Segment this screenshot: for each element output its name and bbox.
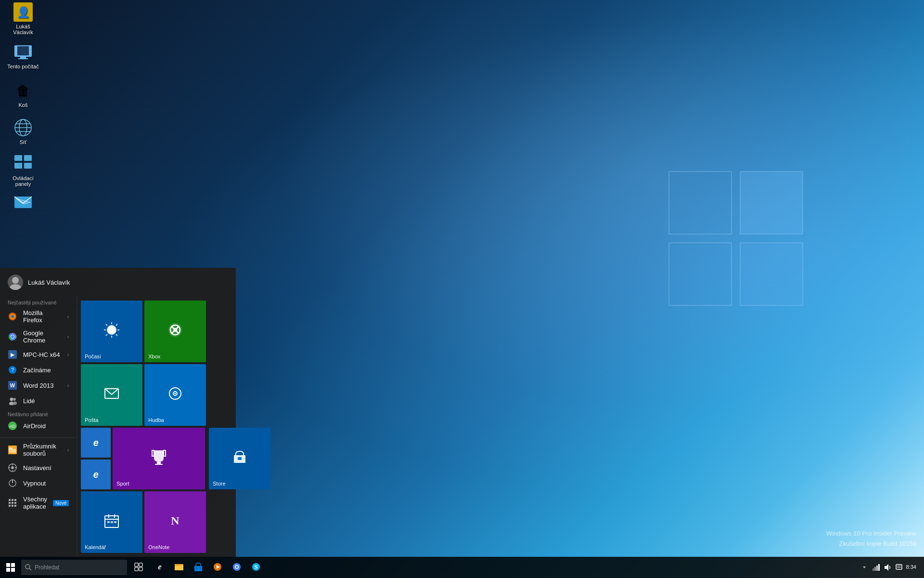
svg-marker-125 — [885, 564, 888, 571]
start-app-list-area: Nejčastěji používané Mozilla Firefox › — [0, 297, 77, 557]
svg-rect-99 — [11, 563, 15, 567]
firefox-label: Mozilla Firefox — [23, 309, 62, 324]
desktop-icon-network[interactable]: Síť — [4, 118, 42, 145]
tile-sport[interactable]: Sport — [113, 428, 205, 489]
start-app-word[interactable]: W Word 2013 › — [0, 378, 77, 393]
taskbar-task-view[interactable] — [129, 557, 148, 578]
tile-ie1[interactable]: e — [81, 428, 111, 458]
tray-expand[interactable] — [860, 563, 869, 572]
new-badge: Nové — [53, 500, 69, 506]
tiles-row-4: Kalendář N OneNote — [81, 491, 270, 553]
svg-text:🗑: 🗑 — [16, 83, 30, 98]
tray-action-center[interactable] — [895, 563, 903, 572]
tile-posta[interactable]: Pošta — [81, 364, 142, 426]
svg-text:?: ? — [11, 368, 14, 373]
start-app-lide[interactable]: Lidé — [0, 393, 77, 408]
tile-ie2[interactable]: e — [81, 460, 111, 489]
svg-rect-56 — [12, 499, 13, 501]
svg-rect-121 — [873, 568, 874, 571]
start-user-area[interactable]: Lukáš Václavík — [0, 268, 236, 297]
taskbar-app-skype[interactable]: S — [246, 557, 266, 578]
pocasi-icon — [103, 321, 120, 342]
sport-icon — [150, 448, 167, 469]
taskbar-app-edge[interactable]: e — [150, 557, 169, 578]
start-app-chrome[interactable]: Google Chrome › — [0, 327, 77, 347]
mpc-label: MPC-HC x64 — [23, 351, 60, 358]
svg-text:AD: AD — [10, 424, 16, 429]
tiles-row-1: Počasí Xbox — [81, 301, 270, 362]
svg-marker-120 — [863, 566, 866, 568]
zaciname-icon: ? — [8, 365, 17, 375]
start-app-mpc[interactable]: ▶ MPC-HC x64 › — [0, 347, 77, 362]
desktop-icon-control-panel[interactable]: Ovládacípanely — [4, 154, 42, 187]
store-label: Store — [213, 481, 225, 486]
hudba-label: Hudba — [148, 417, 164, 423]
taskbar-app-media[interactable] — [208, 557, 227, 578]
mpc-arrow: › — [67, 352, 69, 357]
start-all-apps[interactable]: Všechny aplikace Nové — [0, 493, 77, 513]
windows-logo-decoration — [659, 162, 813, 316]
svg-rect-107 — [139, 567, 142, 571]
tile-onenote[interactable]: N OneNote — [144, 491, 206, 553]
explorer-icon — [8, 445, 17, 455]
tile-hudba[interactable]: Hudba — [144, 364, 206, 426]
desktop-icon-lukas[interactable]: 👤 LukášVáclavík — [4, 2, 42, 35]
taskbar-app-explorer[interactable] — [169, 557, 189, 578]
svg-line-70 — [116, 334, 117, 336]
start-settings[interactable]: Nastavení — [0, 460, 77, 475]
svg-rect-106 — [135, 567, 138, 571]
desktop-icon-this-pc[interactable]: Tento počítač — [4, 42, 42, 69]
settings-icon — [8, 463, 17, 473]
lide-label: Lidé — [23, 397, 35, 405]
svg-text:N: N — [171, 514, 180, 527]
svg-rect-84 — [155, 464, 163, 465]
svg-rect-18 — [14, 155, 22, 161]
svg-point-40 — [13, 398, 16, 401]
svg-rect-100 — [6, 568, 10, 572]
word-icon: W — [8, 381, 17, 390]
svg-rect-123 — [876, 565, 878, 571]
start-button[interactable] — [0, 557, 21, 578]
svg-rect-124 — [878, 564, 880, 571]
start-menu: Lukáš Václavík Nejčastěji používané Mozi… — [0, 268, 236, 557]
start-app-firefox[interactable]: Mozilla Firefox › — [0, 306, 77, 327]
tray-volume[interactable] — [883, 563, 892, 572]
start-app-airdroid[interactable]: AD AirDroid — [0, 418, 77, 434]
taskbar-app-store[interactable] — [189, 557, 208, 578]
watermark-line1: Windows 10 Pro Insider Preview — [826, 529, 916, 539]
svg-rect-85 — [152, 450, 154, 456]
svg-rect-9 — [17, 46, 29, 55]
tile-xbox[interactable]: Xbox — [144, 301, 206, 362]
svg-rect-45 — [9, 449, 16, 453]
mail-icon — [13, 193, 33, 212]
svg-rect-86 — [164, 450, 166, 456]
taskbar-search[interactable]: Prohledat — [21, 560, 127, 575]
tile-pocasi[interactable]: Počasí — [81, 301, 142, 362]
svg-point-82 — [175, 393, 176, 394]
start-explorer[interactable]: Průzkumník souborů › — [0, 440, 77, 460]
svg-rect-46 — [9, 447, 13, 449]
tile-kalendar[interactable]: Kalendář — [81, 491, 142, 553]
svg-text:▶: ▶ — [11, 352, 15, 357]
svg-point-31 — [11, 335, 14, 338]
start-power[interactable]: Vypnout — [0, 475, 77, 491]
network-icon-label: Síť — [20, 139, 27, 145]
tray-network[interactable] — [872, 563, 880, 572]
start-app-zaciname[interactable]: ? Začínáme — [0, 362, 77, 378]
desktop-icon-recycle[interactable]: 🗑 Koš — [4, 81, 42, 108]
svg-point-102 — [26, 565, 30, 569]
xbox-icon — [167, 321, 184, 342]
start-tiles-area: Počasí Xbox — [77, 297, 274, 557]
svg-rect-98 — [6, 563, 10, 567]
desktop-icon-mail[interactable] — [4, 193, 42, 214]
system-tray: 8:34 — [860, 563, 924, 572]
recycle-icon-label: Koš — [19, 102, 28, 108]
tile-store[interactable]: Store — [209, 428, 270, 489]
taskbar-app-chrome[interactable] — [227, 557, 246, 578]
svg-point-78 — [173, 328, 177, 332]
svg-rect-94 — [111, 521, 113, 523]
svg-rect-93 — [107, 521, 110, 523]
svg-line-103 — [29, 568, 31, 570]
this-pc-icon-label: Tento počítač — [7, 64, 38, 69]
taskbar-clock[interactable]: 8:34 — [906, 564, 920, 571]
